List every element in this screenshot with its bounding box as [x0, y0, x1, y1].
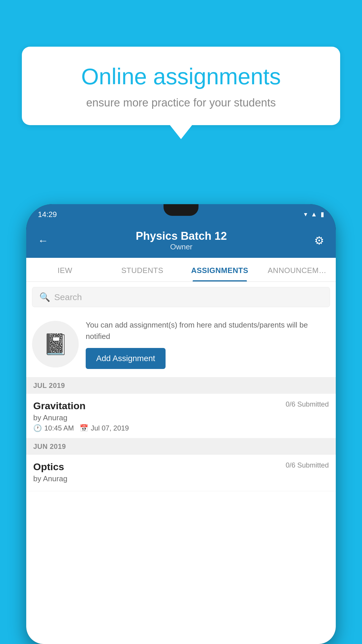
status-time: 14:29 — [38, 210, 57, 219]
search-icon: 🔍 — [39, 292, 50, 302]
speech-bubble-container: Online assignments ensure more practice … — [22, 47, 340, 139]
section-header-jun: JUN 2019 — [26, 438, 336, 455]
phone-content: 🔍 Search 📓 You can add assignment(s) fro… — [26, 282, 336, 644]
promo-text-area: You can add assignment(s) from here and … — [86, 319, 330, 369]
speech-bubble: Online assignments ensure more practice … — [22, 47, 340, 125]
phone-frame: 14:29 ▾ ▲ ▮ ← Physics Batch 12 Owner ⚙ I… — [26, 204, 336, 644]
promo-description: You can add assignment(s) from here and … — [86, 319, 330, 342]
assignment-title: Gravitation — [33, 400, 85, 412]
search-bar-container: 🔍 Search — [26, 282, 336, 312]
tab-announcements[interactable]: ANNOUNCEM… — [259, 258, 336, 281]
wifi-icon: ▾ — [304, 211, 307, 218]
section-header-jul: JUL 2019 — [26, 377, 336, 394]
batch-name: Physics Batch 12 — [136, 230, 227, 242]
assignment-by-optics: by Anurag — [33, 474, 329, 483]
signal-icon: ▲ — [311, 211, 317, 218]
tabs-bar: IEW STUDENTS ASSIGNMENTS ANNOUNCEM… — [26, 258, 336, 282]
header-title-area: Physics Batch 12 Owner — [136, 230, 227, 251]
assignment-meta: 🕐 10:45 AM 📅 Jul 07, 2019 — [33, 424, 329, 432]
phone-notch — [164, 204, 198, 216]
assignment-gravitation[interactable]: Gravitation 0/6 Submitted by Anurag 🕐 10… — [26, 394, 336, 438]
assignment-top-row-optics: Optics 0/6 Submitted — [33, 461, 329, 473]
owner-label: Owner — [136, 242, 227, 251]
add-promo-section: 📓 You can add assignment(s) from here an… — [26, 312, 336, 377]
notebook-icon: 📓 — [43, 332, 68, 356]
assignment-optics[interactable]: Optics 0/6 Submitted by Anurag — [26, 455, 336, 491]
tab-students[interactable]: STUDENTS — [104, 258, 181, 281]
speech-bubble-title: Online assignments — [42, 64, 320, 89]
search-placeholder: Search — [54, 292, 82, 302]
date-value: Jul 07, 2019 — [91, 424, 129, 432]
promo-icon-circle: 📓 — [32, 321, 79, 368]
assignment-by: by Anurag — [33, 413, 329, 422]
speech-bubble-subtitle: ensure more practice for your students — [42, 97, 320, 109]
tab-assignments[interactable]: ASSIGNMENTS — [181, 258, 259, 281]
tab-iew[interactable]: IEW — [26, 258, 104, 281]
status-icons: ▾ ▲ ▮ — [304, 211, 324, 218]
assignment-title-optics: Optics — [33, 461, 64, 473]
calendar-icon: 📅 — [80, 424, 88, 432]
clock-icon: 🕐 — [33, 424, 42, 432]
assignment-top-row: Gravitation 0/6 Submitted — [33, 400, 329, 412]
battery-icon: ▮ — [321, 211, 324, 218]
back-button[interactable]: ← — [38, 235, 48, 247]
assignment-time: 🕐 10:45 AM — [33, 424, 74, 432]
speech-bubble-arrow — [170, 125, 192, 139]
add-assignment-button[interactable]: Add Assignment — [86, 348, 166, 369]
assignment-date: 📅 Jul 07, 2019 — [80, 424, 129, 432]
gear-icon[interactable]: ⚙ — [314, 234, 324, 247]
app-header: ← Physics Batch 12 Owner ⚙ — [26, 225, 336, 258]
assignment-submitted: 0/6 Submitted — [286, 400, 329, 408]
search-bar[interactable]: 🔍 Search — [32, 287, 330, 307]
assignment-submitted-optics: 0/6 Submitted — [286, 461, 329, 469]
status-bar: 14:29 ▾ ▲ ▮ — [26, 204, 336, 225]
time-value: 10:45 AM — [44, 424, 74, 432]
